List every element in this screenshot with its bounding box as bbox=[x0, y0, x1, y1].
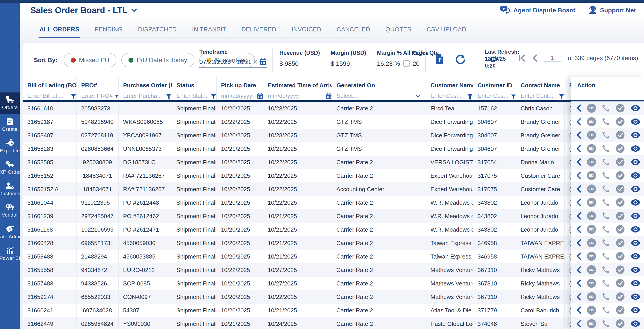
chevron-left-icon[interactable] bbox=[576, 118, 581, 125]
sidebar-item[interactable]: Customer bbox=[0, 179, 20, 200]
column-select[interactable]: Select... bbox=[336, 93, 358, 99]
chevron-left-icon[interactable] bbox=[576, 320, 581, 327]
eye-icon[interactable] bbox=[630, 239, 640, 246]
edi-badge-icon[interactable]: EDI bbox=[587, 158, 596, 167]
edi-badge-icon[interactable]: EDI bbox=[587, 198, 596, 207]
sort-pill[interactable]: Missed PU bbox=[64, 53, 116, 67]
tab[interactable]: INVOICED bbox=[290, 23, 322, 38]
eye-icon[interactable] bbox=[630, 199, 640, 206]
check-circle-icon[interactable] bbox=[616, 184, 625, 193]
table-row[interactable]: 31661044 911922395 PO #2612448 Shipment … bbox=[23, 196, 644, 209]
edi-badge-icon[interactable]: EDI bbox=[587, 252, 596, 261]
sidebar-item[interactable]: Orders bbox=[0, 93, 20, 114]
phone-icon[interactable] bbox=[602, 306, 610, 314]
table-row[interactable]: 31658407 0272768119 YBCA0091967 Shipment… bbox=[23, 129, 644, 142]
table-row[interactable]: 31658505 I925030809 DG18573LC Shipment F… bbox=[23, 156, 644, 169]
table-row[interactable]: 31659187 5048218940 WKAS0260085 Shipment… bbox=[23, 115, 644, 129]
column-filter-input[interactable]: Enter Cust... bbox=[430, 93, 463, 99]
edi-badge-icon[interactable]: EDI bbox=[587, 131, 596, 140]
prev-page-icon[interactable] bbox=[532, 54, 537, 62]
filter-funnel-icon[interactable] bbox=[71, 94, 76, 100]
sort-asc-icon[interactable]: ↑ bbox=[515, 82, 516, 89]
filter-funnel-icon[interactable] bbox=[166, 94, 172, 100]
column-filter-input[interactable]: Enter Bill of ... bbox=[27, 93, 64, 99]
table-row[interactable]: 31658283 0280853664 UNNL0065373 Shipment… bbox=[23, 142, 644, 156]
chevron-left-icon[interactable] bbox=[576, 239, 581, 247]
phone-icon[interactable] bbox=[602, 266, 610, 274]
page-number-input[interactable] bbox=[544, 55, 560, 62]
check-circle-icon[interactable] bbox=[616, 131, 625, 140]
eye-icon[interactable] bbox=[630, 266, 640, 273]
sidebar-item[interactable]: $ Rate Admin bbox=[0, 222, 20, 243]
edi-badge-icon[interactable]: EDI bbox=[587, 144, 596, 153]
tab[interactable]: CSV UPLOAD bbox=[426, 23, 467, 38]
column-date-input[interactable]: mm/dd/yyyy bbox=[268, 93, 299, 99]
check-circle-icon[interactable] bbox=[616, 104, 625, 113]
header-link[interactable]: Agent Dispute Board bbox=[500, 6, 576, 15]
check-circle-icon[interactable] bbox=[616, 306, 625, 315]
filter-funnel-icon[interactable] bbox=[210, 94, 216, 100]
eye-icon[interactable] bbox=[630, 145, 640, 152]
sidebar-item[interactable]: EXP Orders bbox=[0, 157, 20, 179]
check-circle-icon[interactable] bbox=[616, 252, 625, 261]
phone-icon[interactable] bbox=[602, 239, 610, 247]
tab[interactable]: IN TRANSIT bbox=[191, 23, 227, 38]
tab[interactable]: QUOTES bbox=[384, 23, 412, 38]
check-circle-icon[interactable] bbox=[616, 319, 625, 328]
filter-funnel-icon[interactable] bbox=[467, 94, 473, 100]
check-circle-icon[interactable] bbox=[616, 211, 625, 220]
table-row[interactable]: 31655558 94334872 EURO-0212 Shipment Fin… bbox=[23, 263, 644, 277]
check-circle-icon[interactable] bbox=[616, 144, 625, 153]
tab[interactable]: CANCELED bbox=[336, 23, 371, 38]
eye-icon[interactable] bbox=[630, 253, 640, 260]
phone-icon[interactable] bbox=[602, 118, 610, 126]
sidebar-item[interactable]: Power BI bbox=[0, 243, 20, 265]
tab[interactable]: ALL ORDERS bbox=[38, 23, 80, 38]
calendar-icon[interactable] bbox=[326, 93, 332, 99]
header-link[interactable]: Support Net bbox=[588, 5, 636, 16]
check-circle-icon[interactable] bbox=[616, 198, 625, 207]
table-row[interactable]: 31658483 21488294 4560053885 Shipment Fi… bbox=[23, 250, 644, 263]
eye-icon[interactable] bbox=[630, 186, 640, 192]
check-circle-icon[interactable] bbox=[616, 238, 625, 247]
eye-icon[interactable] bbox=[630, 132, 640, 138]
chevron-down-icon[interactable] bbox=[131, 9, 137, 12]
check-circle-icon[interactable] bbox=[616, 279, 625, 288]
column-date-input[interactable]: mm/dd/yyyy bbox=[221, 93, 252, 99]
chevron-down-icon[interactable] bbox=[416, 95, 420, 98]
edi-badge-icon[interactable]: EDI bbox=[587, 319, 596, 328]
phone-icon[interactable] bbox=[602, 131, 610, 139]
edi-badge-icon[interactable]: EDI bbox=[587, 306, 596, 315]
eye-icon[interactable] bbox=[630, 280, 640, 286]
column-filter-input[interactable]: Enter Cus... bbox=[478, 93, 508, 99]
table-row[interactable]: 31656152 I184834071 RA# 721136267 Shipme… bbox=[23, 169, 644, 182]
edi-badge-icon[interactable]: EDI bbox=[587, 279, 596, 288]
eye-icon[interactable] bbox=[630, 320, 640, 327]
table-row[interactable]: 31656152 A I184834071 RA# 721136267 Ship… bbox=[23, 182, 644, 196]
clear-timeframe-icon[interactable]: ✕ bbox=[253, 59, 258, 65]
sort-pill[interactable]: P/U Date Is Today bbox=[121, 53, 194, 67]
phone-icon[interactable] bbox=[602, 171, 610, 180]
eye-icon[interactable] bbox=[630, 293, 640, 300]
column-filter-input[interactable]: Enter Cont... bbox=[521, 93, 554, 99]
phone-icon[interactable] bbox=[602, 293, 610, 301]
phone-icon[interactable] bbox=[602, 319, 610, 328]
chevron-left-icon[interactable] bbox=[576, 158, 581, 166]
column-filter-input[interactable]: Enter PRO# bbox=[81, 93, 112, 99]
export-file-icon[interactable] bbox=[436, 54, 444, 65]
timeframe-input[interactable]: 07/22/2025 - 10/20/2025 ✕ bbox=[199, 58, 266, 68]
phone-icon[interactable] bbox=[602, 252, 610, 260]
table-row[interactable]: 31660241 I697634028 54307 Shipment Final… bbox=[23, 304, 644, 317]
table-row[interactable]: 31659274 665522033 CON-0097 Shipment Fin… bbox=[23, 290, 644, 304]
column-filter-input[interactable]: Enter Stat... bbox=[176, 93, 207, 99]
refresh-icon[interactable] bbox=[455, 54, 466, 65]
chevron-left-icon[interactable] bbox=[576, 293, 581, 300]
table-row[interactable]: 31661239 2972425047 PO #2612462 Shipment… bbox=[23, 209, 644, 223]
edi-badge-icon[interactable]: EDI bbox=[587, 265, 596, 274]
eye-icon[interactable] bbox=[630, 105, 640, 112]
tab[interactable]: DELIVERED bbox=[240, 23, 278, 38]
filter-funnel-icon[interactable] bbox=[115, 94, 118, 100]
phone-icon[interactable] bbox=[602, 212, 610, 220]
edi-badge-icon[interactable]: EDI bbox=[587, 104, 596, 113]
filter-funnel-icon[interactable] bbox=[559, 94, 564, 100]
